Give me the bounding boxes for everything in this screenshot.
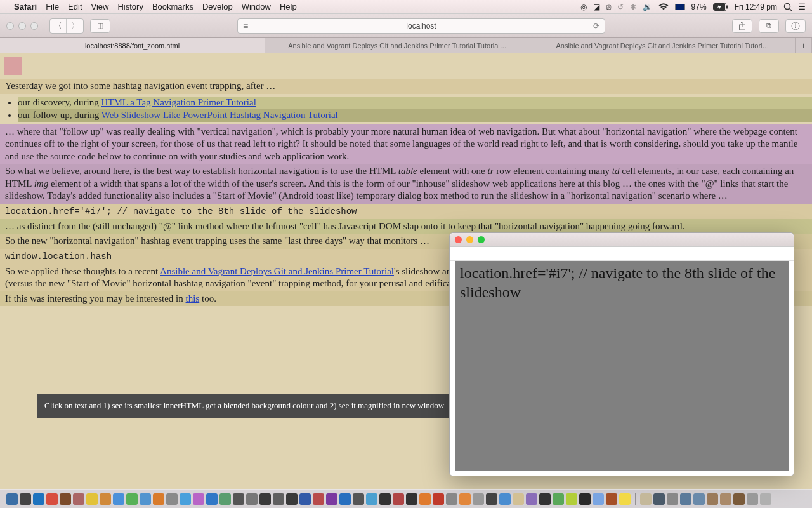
link-this[interactable]: this bbox=[186, 293, 200, 304]
dock-item[interactable] bbox=[126, 493, 138, 505]
volume-icon[interactable]: 🔉 bbox=[643, 3, 652, 11]
battery-icon[interactable] bbox=[713, 3, 728, 11]
paragraph[interactable]: … where that "follow up" was really deal… bbox=[0, 124, 812, 164]
dock-item[interactable] bbox=[366, 493, 377, 505]
dock-item[interactable] bbox=[459, 493, 471, 505]
menu-develop[interactable]: Develop bbox=[202, 2, 233, 11]
dock-item[interactable] bbox=[113, 493, 124, 505]
popup-titlebar[interactable] bbox=[450, 233, 794, 247]
close-window[interactable] bbox=[6, 22, 14, 30]
list-item[interactable]: our follow up, during Web Slideshow Like… bbox=[18, 109, 812, 122]
dock-item[interactable] bbox=[206, 493, 218, 505]
dock-item[interactable] bbox=[720, 493, 731, 505]
list-item[interactable]: our discovery, during HTML a Tag Navigat… bbox=[18, 97, 812, 109]
dock-item[interactable] bbox=[339, 493, 351, 505]
dock-item[interactable] bbox=[566, 493, 577, 505]
window-controls[interactable] bbox=[6, 22, 38, 30]
dock-item[interactable] bbox=[640, 493, 652, 505]
app-name[interactable]: Safari bbox=[14, 2, 37, 11]
status-icon[interactable]: ◎ bbox=[580, 3, 587, 11]
url-bar[interactable]: ≡ localhost ⟳ bbox=[237, 18, 605, 34]
menu-edit[interactable]: Edit bbox=[68, 2, 82, 11]
link-ansible-vagrant[interactable]: Ansible and Vagrant Deploys Git and Jenk… bbox=[160, 266, 394, 276]
paragraph[interactable]: So what we believe, around here, is the … bbox=[0, 164, 812, 204]
dock-item[interactable] bbox=[393, 493, 404, 505]
dock-item[interactable] bbox=[553, 493, 564, 505]
dock-item[interactable] bbox=[86, 493, 98, 505]
tab-3[interactable]: Ansible and Vagrant Deploys Git and Jenk… bbox=[530, 38, 796, 53]
paragraph[interactable]: Yesterday we got into some hashtag navig… bbox=[0, 79, 812, 94]
minimize-icon[interactable] bbox=[466, 236, 473, 243]
dock-item[interactable] bbox=[653, 493, 665, 505]
dock-item[interactable] bbox=[499, 493, 511, 505]
dock-item[interactable] bbox=[60, 493, 71, 505]
downloads-button[interactable] bbox=[785, 19, 806, 33]
wifi-icon[interactable] bbox=[658, 3, 669, 11]
dock-item[interactable] bbox=[299, 493, 311, 505]
dock-item[interactable] bbox=[379, 493, 391, 505]
dock-item[interactable] bbox=[273, 493, 284, 505]
dock-item[interactable] bbox=[219, 493, 231, 505]
code-block[interactable]: location.href='#i7'; // navigate to the … bbox=[0, 204, 812, 219]
reload-icon[interactable]: ⟳ bbox=[593, 22, 599, 30]
dock-item[interactable] bbox=[166, 493, 178, 505]
dock-item[interactable] bbox=[513, 493, 524, 505]
dock-item[interactable] bbox=[579, 493, 591, 505]
dock-item[interactable] bbox=[246, 493, 258, 505]
dock-item[interactable] bbox=[593, 493, 604, 505]
sidebar-button[interactable]: ◫ bbox=[90, 19, 110, 33]
dock-item[interactable] bbox=[73, 493, 84, 505]
dock-item[interactable] bbox=[100, 493, 111, 505]
dock-item[interactable] bbox=[419, 493, 431, 505]
dock-item[interactable] bbox=[20, 493, 31, 505]
forward-button[interactable]: 〉 bbox=[67, 19, 83, 33]
dock-item[interactable] bbox=[446, 493, 457, 505]
dock-item[interactable] bbox=[526, 493, 537, 505]
dock-item[interactable] bbox=[667, 493, 678, 505]
new-tab-button[interactable]: + bbox=[796, 38, 812, 53]
airplay-icon[interactable]: ⎚ bbox=[606, 3, 611, 11]
dock-safari-icon[interactable] bbox=[33, 493, 44, 505]
pink-square[interactable] bbox=[4, 57, 22, 75]
dock-item[interactable] bbox=[619, 493, 631, 505]
dock-item[interactable] bbox=[353, 493, 364, 505]
flag-icon[interactable] bbox=[675, 4, 685, 10]
dock-item[interactable] bbox=[733, 493, 745, 505]
close-icon[interactable] bbox=[455, 236, 462, 243]
tabs-button[interactable]: ⧉ bbox=[759, 19, 779, 33]
dock-item[interactable] bbox=[326, 493, 337, 505]
dock-finder-icon[interactable] bbox=[6, 493, 18, 505]
back-button[interactable]: 〈 bbox=[50, 19, 67, 33]
popup-content[interactable]: location.href='#i7'; // navigate to the … bbox=[455, 261, 789, 471]
maximize-window[interactable] bbox=[30, 22, 38, 30]
dock-item[interactable] bbox=[406, 493, 417, 505]
dock-item[interactable] bbox=[193, 493, 204, 505]
notification-icon[interactable]: ☰ bbox=[799, 3, 806, 11]
dock-item[interactable] bbox=[747, 493, 758, 505]
dock-item[interactable] bbox=[433, 493, 444, 505]
dock-trash-icon[interactable] bbox=[760, 493, 771, 505]
paragraph[interactable]: … as distinct from the (still unchanged)… bbox=[0, 219, 812, 234]
dock[interactable] bbox=[0, 489, 812, 508]
minimize-window[interactable] bbox=[18, 22, 26, 30]
dock-item[interactable] bbox=[140, 493, 151, 505]
dock-item[interactable] bbox=[693, 493, 705, 505]
clock[interactable]: Fri 12:49 pm bbox=[735, 3, 777, 11]
dock-item[interactable] bbox=[606, 493, 617, 505]
link-html-a-tag[interactable]: HTML a Tag Navigation Primer Tutorial bbox=[102, 97, 256, 107]
maximize-icon[interactable] bbox=[478, 236, 485, 243]
status-icon[interactable]: ◪ bbox=[593, 3, 600, 11]
menu-view[interactable]: View bbox=[91, 2, 109, 11]
bluetooth-icon[interactable]: ✱ bbox=[630, 3, 636, 11]
dock-item[interactable] bbox=[233, 493, 244, 505]
dock-item[interactable] bbox=[259, 493, 271, 505]
dock-item[interactable] bbox=[153, 493, 164, 505]
link-web-slideshow[interactable]: Web Slideshow Like PowerPoint Hashtag Na… bbox=[102, 110, 338, 120]
tab-1[interactable]: localhost:8888/font_zoom.html bbox=[0, 38, 265, 53]
menu-help[interactable]: Help bbox=[280, 2, 297, 11]
reader-icon[interactable]: ≡ bbox=[243, 21, 248, 31]
menu-history[interactable]: History bbox=[117, 2, 143, 11]
dock-item[interactable] bbox=[486, 493, 497, 505]
dock-item[interactable] bbox=[539, 493, 551, 505]
spotlight-icon[interactable] bbox=[783, 3, 792, 11]
